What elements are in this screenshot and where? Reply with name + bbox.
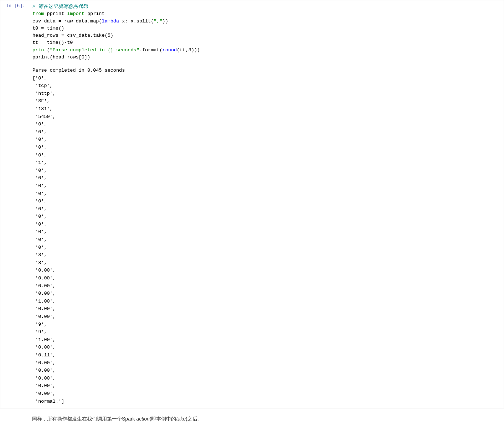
output-label xyxy=(0,64,29,69)
notebook-cell-6: In [6]: # 请在这里填写您的代码 from pprint import … xyxy=(0,0,504,408)
prose-text: 同样，所有操作都发生在我们调用第一个Spark action(即本例中的take… xyxy=(32,416,202,422)
prose-section: 同样，所有操作都发生在我们调用第一个Spark action(即本例中的take… xyxy=(0,408,504,426)
cell-code[interactable]: # 请在这里填写您的代码 from pprint import pprint c… xyxy=(29,0,504,64)
output-content: Parse completed in 0.045 seconds ['0', '… xyxy=(29,64,504,408)
cell-label: In [6]: xyxy=(0,0,29,11)
cell-output: Parse completed in 0.045 seconds ['0', '… xyxy=(0,64,504,408)
cell-input: In [6]: # 请在这里填写您的代码 from pprint import … xyxy=(0,0,504,64)
